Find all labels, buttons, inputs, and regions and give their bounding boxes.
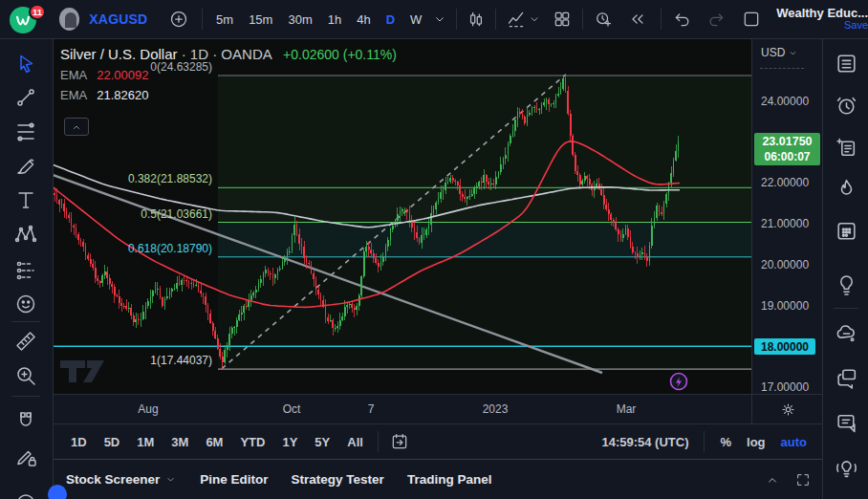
bar-replay-icon[interactable] xyxy=(625,6,649,33)
range-6M[interactable]: 6M xyxy=(197,429,231,454)
indicators-icon[interactable] xyxy=(504,6,528,33)
bottom-panel-tabs: Stock ScreenerPine EditorStrategy Tester… xyxy=(66,472,514,487)
range-1Y[interactable]: 1Y xyxy=(273,429,306,454)
currency-label: USD xyxy=(761,46,785,59)
create-alert-icon[interactable] xyxy=(591,6,617,33)
save-link[interactable]: Save xyxy=(844,19,868,32)
panel-fullscreen-icon[interactable] xyxy=(795,472,811,488)
legend-symbol-row: Silver / U.S. Dollar · 1D · OANDA +0.026… xyxy=(60,46,397,62)
arc-partial-icon[interactable] xyxy=(13,477,38,499)
axis-settings-corner[interactable] xyxy=(751,395,823,424)
watchlist-icon[interactable] xyxy=(833,50,859,76)
magnet-icon[interactable] xyxy=(13,408,38,433)
ema-legend-row[interactable]: EMA 21.82620 xyxy=(60,88,397,102)
cursor-icon[interactable] xyxy=(13,52,38,76)
timeframe-1h[interactable]: 1h xyxy=(320,6,349,33)
timeframe-D[interactable]: D xyxy=(379,6,402,33)
price-axis[interactable]: USD 24.0000022.0000021.0000020.0000019.0… xyxy=(751,38,823,394)
alert-clock-icon[interactable] xyxy=(833,92,859,119)
divider xyxy=(11,396,40,397)
tab-stock-screener[interactable]: Stock Screener xyxy=(66,472,177,487)
forecast-icon[interactable] xyxy=(13,258,38,283)
redo-icon[interactable] xyxy=(705,6,728,33)
chart-style-candles-icon[interactable] xyxy=(464,6,488,33)
symbol-button[interactable]: XAGUSD xyxy=(89,11,147,27)
minds-cloud-icon[interactable] xyxy=(833,320,859,347)
currency-chevron-down-icon xyxy=(788,48,798,58)
idea-bulb-icon[interactable] xyxy=(833,271,859,297)
right-sidebar xyxy=(822,38,868,499)
tab-strategy-tester[interactable]: Strategy Tester xyxy=(292,472,384,487)
trend-line-icon[interactable] xyxy=(13,85,38,110)
divider xyxy=(661,9,662,30)
tab-trading-panel[interactable]: Trading Panel xyxy=(407,472,492,487)
ema-legend-row[interactable]: EMA 22.00092 xyxy=(60,68,397,82)
range-1D[interactable]: 1D xyxy=(62,429,96,454)
fib-level-label: 1(17.44037) xyxy=(53,354,212,367)
account-menu[interactable]: Wealthy Educ... Save xyxy=(776,7,868,32)
range-3M[interactable]: 3M xyxy=(163,429,197,454)
streams-icon[interactable] xyxy=(833,454,859,481)
range-1M[interactable]: 1M xyxy=(128,429,163,454)
range-YTD[interactable]: YTD xyxy=(231,429,273,454)
symbol-compare-plus-icon[interactable] xyxy=(166,6,190,33)
timeframe-15m[interactable]: 15m xyxy=(241,6,280,33)
chevron-down-icon xyxy=(164,473,177,486)
xabcd-pattern-icon[interactable] xyxy=(13,222,38,247)
divider xyxy=(495,9,496,30)
logo-wrap: 11 xyxy=(10,5,38,33)
tab-pine-editor[interactable]: Pine Editor xyxy=(200,472,268,487)
message-icon[interactable] xyxy=(833,409,859,436)
go-to-date-icon[interactable] xyxy=(386,428,413,455)
legend-meta: · 1D · OANDA xyxy=(182,46,271,62)
last-price-label: 23.01750 06:00:07 xyxy=(754,133,820,165)
currency-selector[interactable]: USD xyxy=(761,46,798,59)
range-All[interactable]: All xyxy=(338,429,372,454)
divider xyxy=(202,9,203,30)
text-icon[interactable] xyxy=(13,187,38,212)
auto-scale-button[interactable]: auto xyxy=(781,435,807,449)
brush-icon[interactable] xyxy=(13,153,38,178)
data-window-icon[interactable] xyxy=(833,134,859,161)
range-5D[interactable]: 5D xyxy=(96,429,129,454)
divider xyxy=(11,321,40,322)
range-5Y[interactable]: 5Y xyxy=(306,429,338,454)
zoom-in-icon[interactable] xyxy=(13,363,38,388)
edit-lock-icon[interactable] xyxy=(13,445,38,469)
legend-collapse-button[interactable] xyxy=(64,118,89,136)
log-scale-button[interactable]: log xyxy=(747,435,766,449)
chart-legend: Silver / U.S. Dollar · 1D · OANDA +0.026… xyxy=(60,46,397,102)
avatar[interactable] xyxy=(59,8,79,31)
timeframe-30m[interactable]: 30m xyxy=(280,6,319,33)
price-tick: 22.00000 xyxy=(761,176,809,189)
chat-bubbles-icon[interactable] xyxy=(833,364,859,391)
timeframe-group: 5m15m30m1h4hDW xyxy=(208,6,429,33)
calendar-grid-icon[interactable] xyxy=(833,217,859,244)
bar-countdown: 06:00:07 xyxy=(764,149,810,164)
time-tick: Oct xyxy=(283,402,301,416)
alert-price-label: 18.00000 xyxy=(754,338,815,355)
timeframes-chevron-down-icon[interactable] xyxy=(429,6,449,33)
timeframe-4h[interactable]: 4h xyxy=(349,6,378,33)
undo-icon[interactable] xyxy=(671,6,695,33)
fib-level-label: 0.618(20.18790) xyxy=(53,242,212,255)
timeframe-W[interactable]: W xyxy=(402,6,429,33)
timeframe-5m[interactable]: 5m xyxy=(208,6,241,33)
bottom-panel: Stock ScreenerPine EditorStrategy Tester… xyxy=(53,459,822,499)
percent-scale-button[interactable]: % xyxy=(720,435,731,449)
legend-title[interactable]: Silver / U.S. Dollar xyxy=(60,46,178,62)
gear-icon[interactable] xyxy=(780,401,796,418)
flame-icon[interactable] xyxy=(833,175,859,202)
indicators-chevron-down-icon[interactable] xyxy=(528,6,541,33)
ruler-icon[interactable] xyxy=(13,329,38,354)
divider xyxy=(834,308,858,309)
time-axis[interactable]: AugOct72023Mar xyxy=(53,394,822,424)
layout-grid-icon[interactable] xyxy=(551,6,575,33)
save-layout-box-icon[interactable] xyxy=(739,6,763,33)
panel-expand-chevron-up-icon[interactable] xyxy=(765,472,780,488)
emoji-icon[interactable] xyxy=(13,292,38,316)
support-chat-bubble[interactable] xyxy=(48,485,67,499)
chart-pane[interactable]: Silver / U.S. Dollar · 1D · OANDA +0.026… xyxy=(53,38,751,394)
clock[interactable]: 14:59:54 (UTC) xyxy=(601,435,688,449)
fib-retracement-icon[interactable] xyxy=(13,119,38,144)
